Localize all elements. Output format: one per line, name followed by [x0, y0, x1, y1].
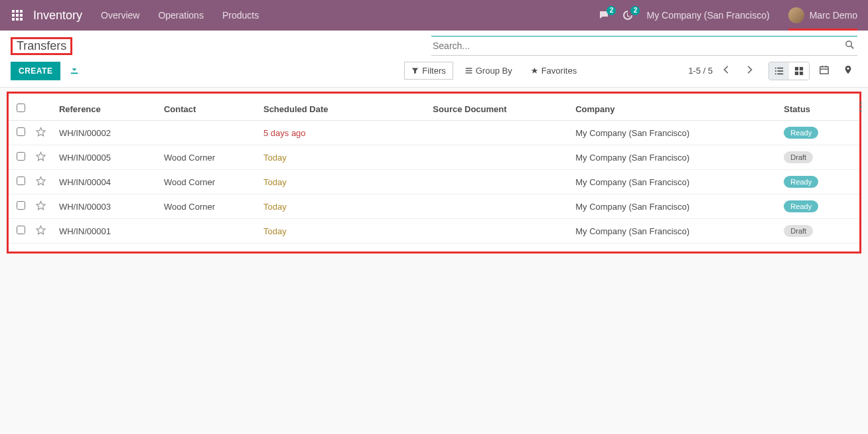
star-icon[interactable]: [36, 227, 46, 237]
table-row[interactable]: WH/IN/00005Wood CornerTodayMy Company (S…: [9, 145, 859, 170]
svg-rect-20: [795, 66, 798, 70]
cell-company: My Company (San Francisco): [570, 145, 778, 170]
apps-icon[interactable]: [11, 9, 24, 22]
cell-scheduled: Today: [258, 145, 427, 170]
svg-line-10: [851, 46, 853, 48]
svg-rect-21: [800, 66, 803, 70]
svg-rect-17: [777, 70, 783, 72]
header-scheduled[interactable]: Scheduled Date: [258, 98, 427, 121]
svg-rect-18: [775, 73, 776, 74]
app-brand[interactable]: Inventory: [33, 9, 82, 23]
row-checkbox[interactable]: [17, 152, 25, 161]
cell-contact: [159, 121, 258, 145]
row-checkbox[interactable]: [17, 201, 25, 210]
row-checkbox[interactable]: [17, 226, 25, 234]
header-reference[interactable]: Reference: [54, 98, 159, 121]
cell-company: My Company (San Francisco): [570, 170, 778, 194]
svg-rect-24: [820, 67, 828, 74]
activity-badge: 2: [630, 6, 640, 15]
favorites-button[interactable]: Favorites: [524, 62, 583, 79]
cell-source: [427, 170, 570, 194]
star-icon[interactable]: [36, 202, 46, 212]
svg-rect-8: [20, 18, 23, 21]
cell-status: Ready: [778, 194, 859, 219]
svg-rect-16: [775, 70, 776, 72]
header-status[interactable]: Status: [778, 98, 859, 121]
activity-icon[interactable]: 2: [622, 10, 633, 21]
view-switcher: [768, 62, 810, 80]
group-by-button[interactable]: Group By: [459, 62, 519, 79]
cell-company: My Company (San Francisco): [570, 121, 778, 145]
svg-point-30: [860, 110, 862, 112]
svg-rect-2: [20, 10, 23, 13]
page-title: Transfers: [13, 38, 70, 54]
table-row[interactable]: WH/IN/00003Wood CornerTodayMy Company (S…: [9, 194, 859, 219]
import-button[interactable]: [67, 62, 82, 79]
status-badge: Ready: [784, 176, 818, 188]
username: Marc Demo: [810, 10, 857, 21]
star-icon[interactable]: [36, 178, 46, 188]
star-icon[interactable]: [36, 129, 46, 139]
nav-products[interactable]: Products: [222, 10, 259, 21]
cell-contact: [159, 219, 258, 244]
column-options-icon[interactable]: [859, 102, 862, 114]
pager-prev[interactable]: [718, 62, 735, 79]
top-nav: Inventory Overview Operations Products 2…: [0, 0, 868, 31]
cell-reference: WH/IN/00005: [54, 145, 159, 170]
favorites-label: Favorites: [542, 66, 577, 76]
svg-rect-23: [800, 71, 803, 74]
avatar: [788, 7, 804, 23]
messaging-badge: 2: [607, 6, 616, 15]
cell-scheduled: Today: [258, 194, 427, 219]
create-button[interactable]: CREATE: [11, 62, 60, 80]
table-row[interactable]: WH/IN/00004Wood CornerTodayMy Company (S…: [9, 170, 859, 194]
cell-status: Ready: [778, 121, 859, 145]
transfers-table: Reference Contact Scheduled Date Source …: [9, 98, 859, 244]
svg-rect-12: [465, 70, 472, 71]
status-badge: Ready: [784, 127, 818, 139]
nav-operations[interactable]: Operations: [158, 10, 203, 21]
cell-scheduled: Today: [258, 219, 427, 244]
cell-contact: Wood Corner: [159, 194, 258, 219]
view-kanban[interactable]: [789, 62, 809, 80]
search-button[interactable]: [842, 37, 857, 54]
svg-rect-0: [12, 10, 15, 13]
cell-company: My Company (San Francisco): [570, 194, 778, 219]
cell-source: [427, 145, 570, 170]
row-checkbox[interactable]: [17, 177, 25, 185]
cell-status: Draft: [778, 219, 859, 244]
cell-source: [427, 121, 570, 145]
status-badge: Ready: [784, 200, 818, 212]
header-company[interactable]: Company: [570, 98, 778, 121]
view-list[interactable]: [769, 62, 789, 80]
star-icon[interactable]: [36, 153, 46, 163]
cell-contact: Wood Corner: [159, 170, 258, 194]
status-badge: Draft: [784, 151, 813, 163]
select-all-checkbox[interactable]: [17, 104, 25, 112]
header-contact[interactable]: Contact: [159, 98, 258, 121]
cell-reference: WH/IN/00001: [54, 219, 159, 244]
table-row[interactable]: WH/IN/00001TodayMy Company (San Francisc…: [9, 219, 859, 244]
cell-status: Draft: [778, 145, 859, 170]
company-switcher[interactable]: My Company (San Francisco): [646, 10, 769, 21]
view-map[interactable]: [839, 61, 857, 80]
messaging-icon[interactable]: 2: [599, 10, 609, 21]
filters-button[interactable]: Filters: [404, 62, 453, 80]
svg-rect-3: [12, 14, 15, 17]
user-menu[interactable]: Marc Demo: [788, 0, 857, 31]
view-calendar[interactable]: [815, 61, 833, 80]
pager-next[interactable]: [741, 62, 758, 79]
nav-overview[interactable]: Overview: [101, 10, 139, 21]
header-source[interactable]: Source Document: [427, 98, 570, 121]
svg-rect-7: [16, 18, 19, 21]
pager: 1-5 / 5: [688, 66, 713, 76]
cell-contact: Wood Corner: [159, 145, 258, 170]
highlight-title: Transfers: [11, 37, 72, 55]
cell-reference: WH/IN/00004: [54, 170, 159, 194]
cell-company: My Company (San Francisco): [570, 219, 778, 244]
svg-point-28: [860, 102, 862, 104]
row-checkbox[interactable]: [17, 127, 25, 136]
table-row[interactable]: WH/IN/000025 days agoMy Company (San Fra…: [9, 121, 859, 145]
control-panel: Transfers CREATE Filters Group By Fa: [0, 31, 868, 88]
search-input[interactable]: [431, 38, 842, 54]
